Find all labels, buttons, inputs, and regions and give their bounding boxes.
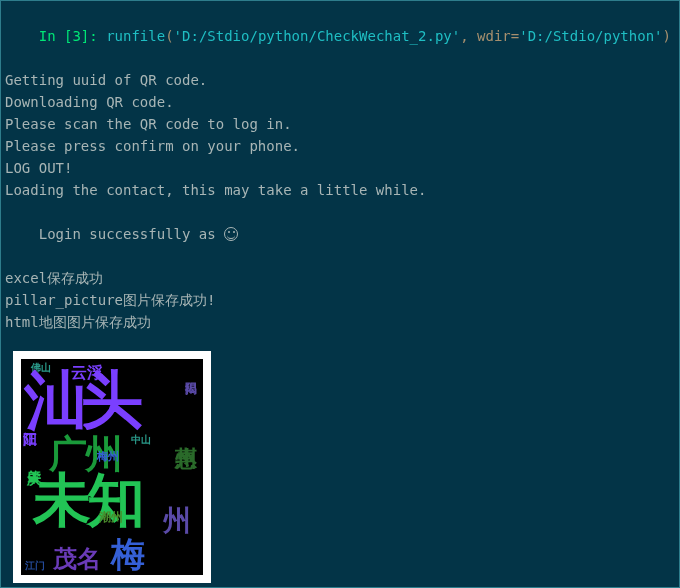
input-line: In [3]: runfile('D:/Stdio/python/CheckWe… [5,3,675,69]
code-sep: , [460,28,477,44]
code-func: runfile [106,28,165,44]
wc-word: 潮州 [99,511,123,523]
wc-word: 茂名 [53,547,101,571]
stdout-line: html地图图片保存成功 [5,311,675,333]
stdout-line: Login successfully as [5,201,675,267]
stdout-line: Please scan the QR code to log in. [5,113,675,135]
wc-word: 梅州 [97,451,119,462]
wordcloud-image: 佛山 云浮 揭阳 汕头 阳江 中山 广州 惠州 梅州 肇庆 未知 潮州 州 江门… [13,351,211,583]
console-output: In [3]: runfile('D:/Stdio/python/CheckWe… [5,3,675,333]
wc-word: 州 [163,507,191,535]
code-arg2: 'D:/Stdio/python' [519,28,662,44]
prompt-label: In [3]: [39,28,106,44]
wc-word: 未知 [33,471,141,529]
code-paren-open: ( [165,28,173,44]
stdout-line: Downloading QR code. [5,91,675,113]
smile-emoji-icon [224,227,238,241]
stdout-line: Loading the contact, this may take a lit… [5,179,675,201]
wordcloud-canvas: 佛山 云浮 揭阳 汕头 阳江 中山 广州 惠州 梅州 肇庆 未知 潮州 州 江门… [21,359,203,575]
wc-word: 江门 [25,561,45,571]
code-kwarg: wdir [477,28,511,44]
wc-word: 梅 [111,537,145,571]
stdout-line: pillar_picture图片保存成功! [5,289,675,311]
wc-word: 中山 [131,435,151,445]
wc-word: 汕头 [25,369,137,431]
code-eq: = [511,28,519,44]
stdout-text: Login successfully as [39,226,224,242]
stdout-line: Please press confirm on your phone. [5,135,675,157]
code-paren-close: ) [663,28,671,44]
stdout-line: excel保存成功 [5,267,675,289]
stdout-line: LOG OUT! [5,157,675,179]
code-arg1: 'D:/Stdio/python/CheckWechat_2.py' [174,28,461,44]
stdout-line: Getting uuid of QR code. [5,69,675,91]
